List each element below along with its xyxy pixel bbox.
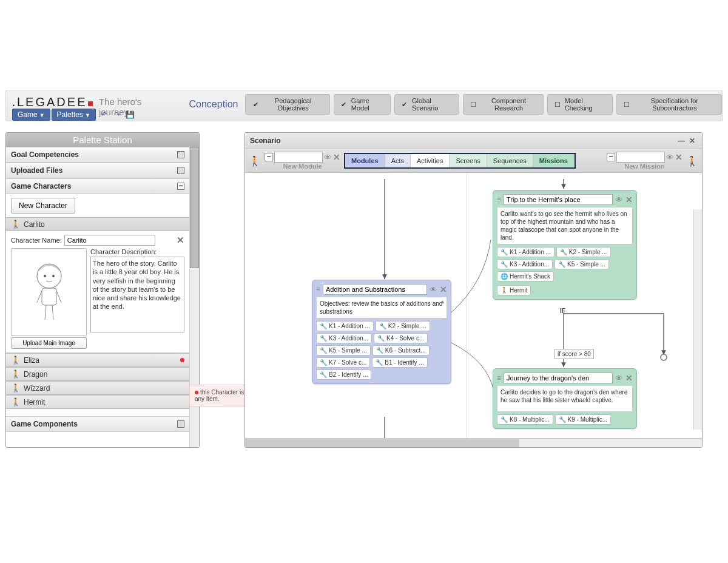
stage-specification[interactable]: ☐Specification for Subcontractors xyxy=(616,94,722,115)
character-row-dragon[interactable]: 🚶Dragon xyxy=(6,367,189,381)
eye-icon[interactable]: 👁 xyxy=(615,195,623,204)
mission-node-hermit[interactable]: ≡ 👁 ✕ Carlito want's to go see the hermi… xyxy=(493,190,637,300)
section-uploaded-files[interactable]: Uploaded Files xyxy=(6,163,189,178)
competency-chip[interactable]: 🔧K7 - Solve c... xyxy=(316,357,370,368)
competency-chip[interactable]: 🔧B1 - Identify ... xyxy=(372,357,427,368)
redo-icon[interactable]: ↷ xyxy=(112,109,123,120)
canvas-vscroll[interactable] xyxy=(693,209,702,430)
save-icon[interactable]: 💾 xyxy=(125,109,136,120)
character-name-input[interactable] xyxy=(64,235,155,246)
section-game-characters[interactable]: Game Characters− xyxy=(6,178,189,194)
person-icon: 🚶 xyxy=(500,287,508,294)
popout-icon[interactable] xyxy=(177,151,184,158)
competency-chip[interactable]: 🔧K4 - Solve c... xyxy=(374,333,428,343)
character-row-eliza[interactable]: 🚶Eliza xyxy=(6,353,189,367)
competency-chip[interactable]: 🔧K5 - Simple ... xyxy=(554,259,609,269)
minus-icon[interactable]: − xyxy=(607,153,615,161)
competency-chip[interactable]: 🔧K8 - Multiplic... xyxy=(497,414,553,425)
upload-image-button[interactable]: Upload Main Image xyxy=(11,337,87,349)
condition-box[interactable]: if score > 80 xyxy=(554,349,594,359)
mission-title-input[interactable] xyxy=(504,373,613,383)
competency-chip[interactable]: 🔧K3 - Addition... xyxy=(497,259,553,269)
close-icon[interactable]: ✕ xyxy=(177,235,184,246)
competency-chip[interactable]: 🔧K6 - Subtract... xyxy=(372,345,430,356)
section-game-components[interactable]: Game Components xyxy=(6,416,189,432)
competency-chip[interactable]: 🔧K1 - Addition ... xyxy=(497,247,554,257)
new-module-input[interactable] xyxy=(274,152,323,163)
new-mission-input[interactable] xyxy=(616,152,665,163)
module-node[interactable]: ≡ 👁 ✕ Objectives: review the basics of a… xyxy=(312,280,451,384)
close-icon[interactable]: ✕ xyxy=(333,152,340,162)
person-icon: 🚶 xyxy=(11,356,21,365)
svg-rect-3 xyxy=(42,288,56,305)
section-goal-competencies[interactable]: Goal Competencies xyxy=(6,147,189,163)
description-label: Character Description: xyxy=(90,248,184,255)
canvas-hscroll[interactable] xyxy=(245,439,702,447)
competency-chip[interactable]: 🔧K1 - Addition ... xyxy=(316,321,374,331)
close-icon[interactable]: ✕ xyxy=(675,152,682,162)
tab-missions[interactable]: Missions xyxy=(533,154,575,167)
competency-chip[interactable]: 🔧K3 - Addition... xyxy=(316,333,372,343)
character-row-hermit[interactable]: 🚶Hermit xyxy=(6,395,189,409)
mission-title-input[interactable] xyxy=(504,194,613,205)
drag-icon[interactable]: ≡ xyxy=(497,195,501,204)
close-icon[interactable]: ✕ xyxy=(625,195,633,204)
wrench-icon: 🔧 xyxy=(320,371,327,378)
scenario-canvas[interactable]: ≡ 👁 ✕ Objectives: review the basics of a… xyxy=(245,173,702,439)
popout-icon[interactable] xyxy=(177,167,184,174)
wrench-icon: 🔧 xyxy=(500,416,508,423)
stage-global-scenario[interactable]: ✔Global Scenario xyxy=(394,94,459,115)
character-row-wizzard[interactable]: 🚶Wizzard xyxy=(6,381,189,395)
new-character-button[interactable]: New Character xyxy=(11,198,75,214)
mission-body[interactable]: Carlito decides to go to the dragon's de… xyxy=(497,385,633,412)
game-menu[interactable]: Game▼ xyxy=(12,109,50,121)
tab-activities[interactable]: Activities xyxy=(411,154,450,167)
competency-chip[interactable]: 🔧B2 - Identify ... xyxy=(316,369,371,380)
warning-dot-icon xyxy=(180,358,184,362)
palettes-menu[interactable]: Palettes▼ xyxy=(52,109,96,121)
stage-model-checking[interactable]: ☐Model Checking xyxy=(547,94,613,115)
place-chip[interactable]: 🌐Hermit's Shack xyxy=(497,271,554,282)
undo-icon[interactable]: ↶ xyxy=(98,109,109,120)
wrench-icon: 🔧 xyxy=(320,335,327,342)
eye-icon[interactable]: 👁 xyxy=(430,285,437,294)
collapse-icon[interactable]: − xyxy=(177,183,184,190)
competency-chip[interactable]: 🔧K2 - Simple ... xyxy=(376,321,430,331)
tab-sequences[interactable]: Sequences xyxy=(487,154,533,167)
character-portrait xyxy=(11,248,87,336)
wrench-icon: 🔧 xyxy=(559,416,566,423)
eye-icon[interactable]: 👁 xyxy=(666,153,674,162)
branch-terminal[interactable] xyxy=(660,354,667,361)
stage-pedagogical[interactable]: ✔Pedagogical Objectives xyxy=(245,94,329,115)
minus-icon[interactable]: − xyxy=(265,153,273,161)
module-title-input[interactable] xyxy=(323,284,427,295)
wrench-icon: 🔧 xyxy=(376,347,383,354)
drag-icon[interactable]: ≡ xyxy=(497,374,501,382)
module-body[interactable]: Objectives: review the basics of additio… xyxy=(316,297,447,319)
unchecked-icon: ☐ xyxy=(554,100,561,109)
tab-screens[interactable]: Screens xyxy=(450,154,487,167)
stage-game-model[interactable]: ✔Game Model xyxy=(334,94,391,115)
close-icon[interactable]: ✕ xyxy=(687,136,697,146)
close-icon[interactable]: ✕ xyxy=(440,285,447,294)
minimize-icon[interactable]: — xyxy=(676,136,686,146)
mission-node-dragon[interactable]: ≡ 👁 ✕ Carlito decides to go to the drago… xyxy=(493,368,637,429)
new-module-label: New Module xyxy=(283,163,322,170)
character-description[interactable]: The hero of the story. Carlito is a litt… xyxy=(90,257,184,332)
tab-modules[interactable]: Modules xyxy=(345,154,385,167)
drag-icon[interactable]: ≡ xyxy=(316,285,320,294)
competency-chip[interactable]: 🔧K9 - Multiplic... xyxy=(555,414,612,425)
person-chip[interactable]: 🚶Hermit xyxy=(497,285,531,295)
competency-chip[interactable]: 🔧K2 - Simple ... xyxy=(556,247,611,257)
popout-icon[interactable] xyxy=(177,420,184,428)
competency-chip[interactable]: 🔧K5 - Simple ... xyxy=(316,345,371,356)
workflow-stages: ✔Pedagogical Objectives ✔Game Model ✔Glo… xyxy=(245,90,722,115)
eye-icon[interactable]: 👁 xyxy=(615,374,623,383)
mission-body[interactable]: Carlito want's to go see the hermit who … xyxy=(497,207,633,244)
eye-icon[interactable]: 👁 xyxy=(324,153,332,162)
unchecked-icon: ☐ xyxy=(470,100,477,109)
character-row-carlito[interactable]: 🚶Carlito xyxy=(6,217,189,231)
close-icon[interactable]: ✕ xyxy=(625,373,633,383)
stage-component-research[interactable]: ☐Component Research xyxy=(463,94,543,115)
tab-acts[interactable]: Acts xyxy=(385,154,411,167)
